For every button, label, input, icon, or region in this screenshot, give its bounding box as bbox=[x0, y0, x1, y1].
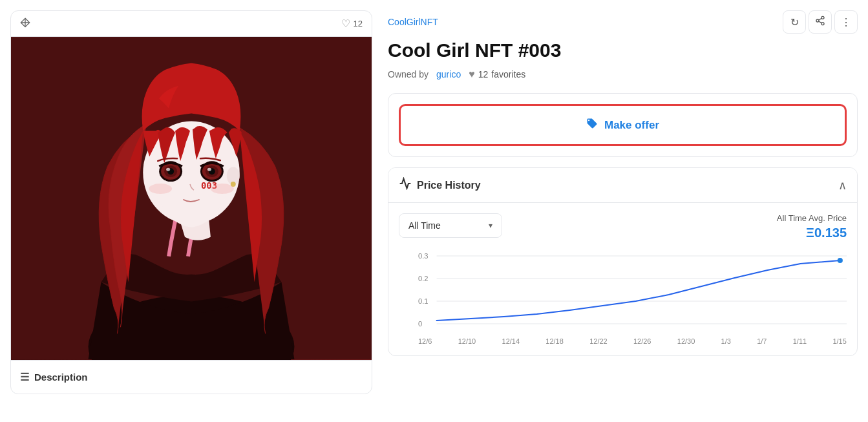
svg-text:0.3: 0.3 bbox=[418, 252, 429, 260]
x-axis-labels: 12/6 12/10 12/14 12/18 12/22 12/26 12/30… bbox=[399, 337, 847, 345]
nft-details-panel: CoolGirlNFT ↻ ⋮ bbox=[372, 10, 858, 356]
price-history-body: All Time ▾ All Time Avg. Price Ξ0.135 0.… bbox=[388, 203, 857, 355]
x-label: 1/15 bbox=[832, 337, 846, 345]
share-icon bbox=[815, 16, 825, 28]
x-label: 1/11 bbox=[793, 337, 807, 345]
ownership-row: Owned by gurico ♥ 12 favorites bbox=[388, 69, 858, 80]
price-controls: All Time ▾ All Time Avg. Price Ξ0.135 bbox=[399, 213, 847, 240]
price-history-header: Price History ∧ bbox=[388, 168, 857, 203]
svg-point-12 bbox=[166, 168, 170, 171]
avg-price-value: Ξ0.135 bbox=[777, 226, 847, 240]
trend-icon bbox=[399, 177, 412, 193]
collection-link[interactable]: CoolGirlNFT bbox=[388, 17, 438, 27]
x-label: 12/18 bbox=[545, 337, 564, 345]
x-label: 12/26 bbox=[633, 337, 651, 345]
svg-line-25 bbox=[819, 18, 822, 20]
owner-link[interactable]: gurico bbox=[436, 69, 461, 79]
favorites-label: favorites bbox=[491, 69, 525, 79]
like-count: 12 bbox=[354, 19, 363, 28]
x-label: 12/14 bbox=[502, 337, 520, 345]
time-period-dropdown[interactable]: All Time ▾ bbox=[399, 213, 502, 238]
favorites-badge: ♥ 12 favorites bbox=[469, 69, 525, 80]
svg-text:0.2: 0.2 bbox=[418, 275, 429, 282]
avg-price-label: All Time Avg. Price bbox=[777, 213, 847, 223]
heart-icon: ♡ bbox=[341, 17, 350, 30]
svg-text:0: 0 bbox=[418, 320, 422, 328]
make-offer-section: Make offer bbox=[388, 93, 858, 157]
svg-point-22 bbox=[816, 19, 819, 22]
svg-point-34 bbox=[838, 258, 843, 263]
x-label: 12/6 bbox=[418, 337, 432, 345]
more-icon: ⋮ bbox=[841, 16, 851, 28]
card-header: ♡ 12 bbox=[11, 11, 372, 37]
price-chart: 0.3 0.2 0.1 0 bbox=[399, 251, 847, 335]
description-section[interactable]: ☰ Description bbox=[11, 360, 372, 394]
description-label: Description bbox=[34, 372, 88, 383]
price-history-section: Price History ∧ All Time ▾ All Time Avg.… bbox=[388, 167, 858, 356]
x-label: 1/3 bbox=[721, 337, 731, 345]
favorites-count: 12 bbox=[478, 69, 489, 79]
svg-line-24 bbox=[819, 21, 822, 23]
svg-point-19 bbox=[149, 184, 172, 194]
list-icon: ☰ bbox=[20, 371, 29, 383]
owned-by-label: Owned by bbox=[388, 69, 429, 79]
svg-point-17 bbox=[207, 168, 211, 171]
avg-price-box: All Time Avg. Price Ξ0.135 bbox=[777, 213, 847, 240]
nft-card-panel: ♡ 12 bbox=[10, 10, 372, 394]
refresh-icon: ↻ bbox=[790, 16, 799, 28]
more-options-button[interactable]: ⋮ bbox=[834, 10, 858, 34]
svg-point-20 bbox=[211, 184, 234, 194]
detail-header: CoolGirlNFT ↻ ⋮ bbox=[388, 10, 858, 34]
collapse-icon[interactable]: ∧ bbox=[838, 178, 847, 193]
nft-image: 003 bbox=[11, 37, 372, 360]
tag-icon bbox=[586, 118, 598, 132]
refresh-button[interactable]: ↻ bbox=[783, 10, 806, 34]
header-actions: ↻ ⋮ bbox=[783, 10, 858, 34]
x-label: 1/7 bbox=[757, 337, 767, 345]
dropdown-chevron-icon: ▾ bbox=[489, 221, 492, 230]
time-period-label: All Time bbox=[408, 220, 441, 231]
make-offer-button[interactable]: Make offer bbox=[399, 104, 847, 146]
nft-title: Cool Girl NFT #003 bbox=[388, 39, 858, 62]
heart-filled-icon: ♥ bbox=[469, 69, 475, 80]
ethereum-icon bbox=[20, 17, 30, 30]
share-button[interactable] bbox=[809, 10, 832, 34]
x-label: 12/30 bbox=[677, 337, 695, 345]
price-history-title: Price History bbox=[399, 177, 481, 193]
x-label: 12/10 bbox=[458, 337, 476, 345]
make-offer-label: Make offer bbox=[604, 119, 659, 132]
like-area[interactable]: ♡ 12 bbox=[341, 17, 363, 30]
price-history-title-text: Price History bbox=[417, 180, 481, 191]
x-label: 12/22 bbox=[589, 337, 608, 345]
svg-text:0.1: 0.1 bbox=[418, 297, 429, 305]
svg-point-23 bbox=[821, 23, 824, 25]
svg-point-21 bbox=[821, 16, 824, 19]
